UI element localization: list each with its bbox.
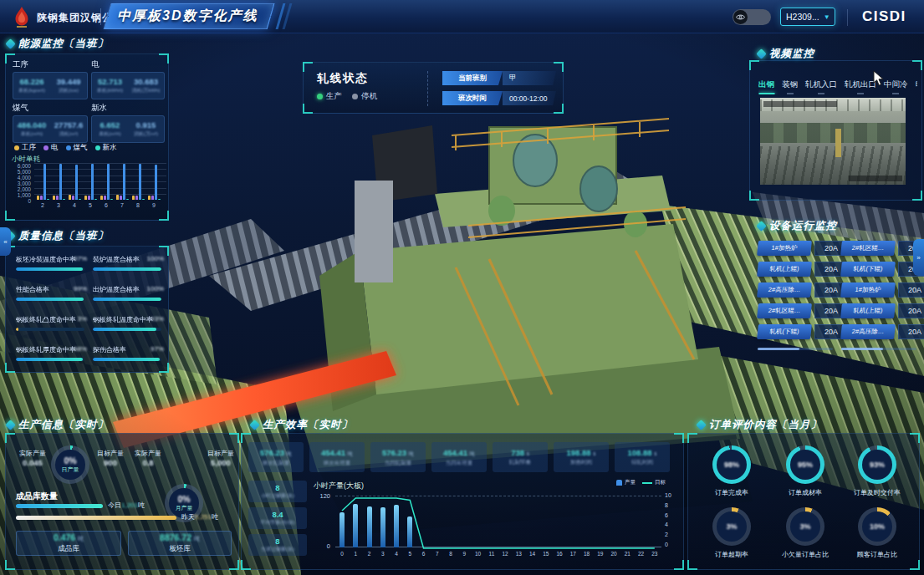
x-tick-label: 21 <box>620 551 634 557</box>
efficiency-stat: 454.41 吨 班次出坯量 <box>309 442 365 472</box>
equipment-button[interactable]: 1#加热炉 <box>840 282 896 298</box>
equipment-button[interactable]: 2#高压除… <box>757 282 812 298</box>
quality-item: 装炉温度合格率100% <box>93 255 161 271</box>
tab-video-3[interactable]: 轧机出口 <box>845 79 876 94</box>
status-row-shift: 当前班别 甲 <box>442 71 556 85</box>
equipment-scrollbar[interactable] <box>841 348 916 350</box>
cctv-osd-top <box>763 101 837 107</box>
collapse-left-handle[interactable]: « <box>0 227 11 256</box>
bar <box>84 196 87 200</box>
efficiency-side-stat: 8当班过钢量(块) <box>248 534 307 556</box>
x-tick-label: 20 <box>607 551 620 557</box>
x-tick-label: 6 <box>417 551 431 557</box>
energy-panel-title: 能源监控〔当班〕 <box>7 37 109 51</box>
day-target: 目标产量 900 <box>91 449 130 467</box>
tab-video-4[interactable]: 中间冷 <box>884 79 908 94</box>
y-tick-label: 0 <box>665 542 671 547</box>
bar <box>110 199 113 201</box>
heat-number-dropdown[interactable]: H2309... ▼ <box>780 8 835 26</box>
header-divider <box>847 9 848 26</box>
quality-panel: 板坯冷装温度命中率97% 装炉温度合格率100% 性能合格率99% 出炉温度合格… <box>5 246 169 373</box>
equipment-button[interactable]: 2#高压除… <box>840 324 896 339</box>
month-actual: 实际产量 0.8 <box>130 449 166 467</box>
bar-group: 2 <box>36 163 49 200</box>
x-tick-label: 7 <box>115 202 129 208</box>
bar <box>40 196 43 200</box>
bar <box>43 164 46 200</box>
day-actual: 实际产量 0.045 <box>14 449 51 467</box>
cctv-crane <box>835 129 841 157</box>
equipment-button[interactable]: 1#加热炉 <box>757 241 812 256</box>
hour-chart-line <box>335 496 661 549</box>
shift-label: 当前班别 <box>442 71 503 85</box>
bar-group: 6 <box>100 163 113 200</box>
diamond-icon <box>756 48 767 59</box>
visibility-toggle[interactable] <box>733 9 771 25</box>
shift-value: 甲 <box>503 71 556 85</box>
efficiency-stat: 576.23 吨 班次轧制量 <box>248 442 304 472</box>
diamond-icon <box>696 420 707 430</box>
bar <box>91 164 94 200</box>
dashboard-root: { "colors": { "accent": "#35e0c8", "blue… <box>0 0 924 575</box>
day-output-gauge: 0% 日产量 <box>51 445 89 484</box>
bar <box>135 196 138 200</box>
x-tick-label: 23 <box>648 551 661 557</box>
x-tick-label: 7 <box>431 551 444 557</box>
bar <box>139 164 141 200</box>
bar-group: 3 <box>52 163 65 200</box>
cctv-feed[interactable] <box>760 98 906 185</box>
status-row-time: 班次时间 00:00-12:00 <box>442 91 556 105</box>
quality-item: 钢板终轧凸度命中率3% <box>16 315 84 331</box>
x-tick-label: 22 <box>635 551 648 557</box>
today-bar <box>16 504 103 508</box>
donut-ring: 95% <box>786 445 824 484</box>
quality-item: 探伤合格率97% <box>93 345 161 361</box>
x-tick-label: 8 <box>131 202 145 208</box>
efficiency-stat: 454.41 吨 当日出坯量 <box>431 442 487 472</box>
efficiency-stat: 576.23 吨 当日轧制量 <box>370 442 426 472</box>
equipment-button[interactable]: 轧机(上辊) <box>757 262 812 277</box>
yesterday-bar <box>16 516 176 520</box>
corner-accents <box>303 62 564 114</box>
x-tick-label: 10 <box>472 551 485 557</box>
y-tick-120: 120 <box>314 492 330 500</box>
energy-chart-y-axis: 6,0005,0004,0003,0002,0001,0000 <box>8 163 31 203</box>
bar <box>37 196 39 201</box>
x-tick-label: 11 <box>485 551 498 557</box>
efficiency-side-stat: 8.4平均节奏(分/块) <box>248 507 307 529</box>
energy-chart-bars: 23456789 <box>36 163 166 200</box>
order-gauge: 10% 顾客订单占比 <box>839 507 916 559</box>
equipment-button[interactable]: 轧机(下辊) <box>840 262 896 277</box>
hour-chart-legend: 产量 目标 <box>616 479 666 486</box>
header-bar: 陕钢集团汉钢公司 中厚板3D数字化产线 H2309... ▼ CISDI <box>0 0 924 33</box>
tab-video-1[interactable]: 装钢 <box>782 79 798 94</box>
equipment-scrollbar[interactable] <box>758 348 833 350</box>
equipment-button[interactable]: 轧机(上辊) <box>840 303 896 318</box>
video-panel: 出钢 装钢 轧机入口 轧机出口 中间冷 电动辊道 <box>749 60 922 201</box>
tab-video-2[interactable]: 轧机入口 <box>805 79 837 94</box>
bar <box>126 199 129 201</box>
equipment-button[interactable]: 轧机(下辊) <box>757 324 812 339</box>
tab-video-5[interactable]: 电动辊道 <box>916 79 918 94</box>
chevron-down-icon: ▼ <box>824 13 830 21</box>
bar <box>120 196 122 200</box>
x-tick-label: 1 <box>349 551 362 557</box>
equipment-button[interactable]: 2#轧区辊… <box>757 303 812 318</box>
diamond-icon <box>756 221 767 232</box>
x-tick-label: 15 <box>539 551 553 557</box>
equipment-button[interactable]: 2#轧区辊… <box>840 241 896 256</box>
bar <box>151 196 154 200</box>
y-tick-label: 0 <box>8 198 31 204</box>
collapse-right-handle[interactable]: » <box>913 239 924 276</box>
video-panel-title: 视频监控 <box>758 47 814 61</box>
tab-video-0[interactable]: 出钢 <box>758 79 774 94</box>
line-status-legend: 生产 停机 <box>317 91 377 102</box>
x-tick-label: 5 <box>403 551 416 557</box>
production-panel-title: 生产信息〔实时〕 <box>7 418 109 432</box>
x-tick-label: 4 <box>68 202 81 208</box>
energy-group: 煤气 486.040单耗(m³/t) 27757.6消耗(m³) <box>13 103 88 143</box>
energy-panel: 工序 68.226单耗(kgce/t) 39.449消耗(tce) 电 52.7… <box>5 53 169 221</box>
shift-time-value: 00:00-12:00 <box>503 91 556 105</box>
company-logo <box>10 5 33 28</box>
x-tick-label: 0 <box>335 551 349 557</box>
